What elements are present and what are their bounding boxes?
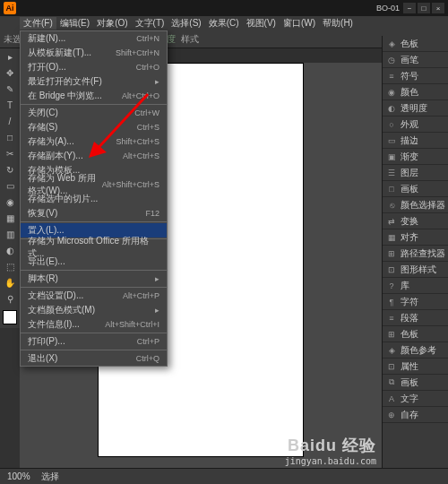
panel-label: 色板 — [401, 328, 418, 341]
panel-icon: ⊞ — [386, 248, 397, 259]
panel-button[interactable]: ⊡图形样式 — [383, 262, 448, 278]
tool-button[interactable]: ⚲ — [0, 290, 20, 307]
menu-4[interactable]: 选择(S) — [168, 17, 204, 30]
menu-item[interactable]: 文件信息(I)...Alt+Shift+Ctrl+I — [21, 317, 167, 332]
menu-item[interactable]: 脚本(R)▸ — [21, 272, 167, 286]
panel-button[interactable]: ▣渐变 — [383, 149, 448, 165]
panel-button[interactable]: ◉颜色 — [383, 84, 448, 100]
menu-item[interactable]: 存储为 Microsoft Office 所用格式... — [21, 240, 167, 255]
menu-6[interactable]: 视图(V) — [243, 17, 280, 30]
tool-button[interactable]: ✥ — [0, 65, 20, 81]
panel-icon: ? — [386, 281, 397, 291]
panel-icon: ⊡ — [386, 361, 397, 372]
panel-icon: ▦ — [386, 232, 397, 243]
menu-item[interactable]: 文档颜色模式(M)▸ — [21, 303, 167, 317]
menu-item[interactable]: 恢复(V)F12 — [21, 206, 167, 220]
menu-item[interactable]: 存储(S)Ctrl+S — [21, 120, 167, 134]
menu-3[interactable]: 文字(T) — [132, 17, 168, 30]
menu-8[interactable]: 帮助(H) — [319, 17, 357, 30]
panel-button[interactable]: ≡段落 — [383, 310, 448, 326]
menu-item[interactable]: 存储为 Web 所用格式(W)...Alt+Shift+Ctrl+S — [21, 177, 167, 192]
panel-icon: ◉ — [386, 87, 397, 98]
panel-label: 段落 — [401, 312, 418, 324]
panel-button[interactable]: □画板 — [383, 181, 448, 197]
menu-5[interactable]: 效果(C) — [205, 17, 243, 30]
panel-button[interactable]: ⊞色板 — [383, 326, 448, 342]
panel-button[interactable]: ◈颜色参考 — [383, 342, 448, 359]
panel-label: 对齐 — [401, 231, 418, 244]
menu-0[interactable]: 文件(F) — [20, 17, 56, 30]
panel-icon: ⎋ — [386, 200, 397, 211]
menu-2[interactable]: 对象(O) — [93, 17, 131, 30]
titlebar: Ai BO-01 − □ × — [0, 0, 448, 16]
menu-item[interactable]: 打印(P)...Ctrl+P — [21, 334, 167, 349]
panel-label: 颜色参考 — [401, 344, 436, 357]
panel-button[interactable]: ◷画笔 — [383, 52, 448, 68]
tool-button[interactable]: ✋ — [0, 274, 20, 290]
tool-button[interactable]: ▸ — [0, 48, 20, 65]
panel-button[interactable]: ⊡属性 — [383, 359, 448, 375]
status-mode: 选择 — [41, 471, 59, 483]
panel-icon: ⧉ — [386, 377, 397, 388]
window-controls: − □ × — [403, 3, 444, 13]
window-title: BO-01 — [16, 4, 403, 13]
tool-button[interactable]: / — [0, 113, 20, 129]
panel-button[interactable]: ○外观 — [383, 117, 448, 133]
tool-button[interactable]: ↻ — [0, 161, 20, 177]
panel-button[interactable]: ?库 — [383, 278, 448, 294]
panel-icon: ⊕ — [386, 410, 397, 420]
menu-item[interactable]: 存储选中的切片... — [21, 192, 167, 206]
panel-label: 自存 — [401, 409, 418, 421]
panel-button[interactable]: ⇄变换 — [383, 213, 448, 229]
close-button[interactable]: × — [432, 3, 444, 13]
menu-item[interactable]: 文档设置(D)...Alt+Ctrl+P — [21, 289, 167, 303]
tool-button[interactable]: ⬚ — [0, 258, 20, 274]
tool-button[interactable]: ▦ — [0, 210, 20, 226]
menu-item[interactable]: 从模板新建(T)...Shift+Ctrl+N — [21, 46, 167, 60]
tool-button[interactable]: ◐ — [0, 242, 20, 258]
menu-item[interactable]: 关闭(C)Ctrl+W — [21, 106, 167, 120]
tool-button[interactable]: ▭ — [0, 177, 20, 194]
panel-button[interactable]: ¶字符 — [383, 294, 448, 310]
maximize-button[interactable]: □ — [418, 3, 430, 13]
minimize-button[interactable]: − — [403, 3, 416, 13]
panel-label: 符号 — [401, 70, 418, 82]
menu-item[interactable]: 最近打开的文件(F)▸ — [21, 74, 167, 89]
panel-button[interactable]: ⧉画板 — [383, 375, 448, 391]
menu-item[interactable]: 新建(N)...Ctrl+N — [21, 31, 167, 46]
ai-logo-icon: Ai — [4, 2, 16, 14]
panel-label: 路径查找器 — [401, 247, 445, 260]
tool-button[interactable]: □ — [0, 129, 20, 145]
menu-item[interactable]: 退出(X)Ctrl+Q — [21, 351, 167, 366]
menu-item[interactable]: 在 Bridge 中浏览...Alt+Ctrl+O — [21, 89, 167, 103]
panel-label: 画板 — [401, 183, 418, 195]
tool-button[interactable]: ✎ — [0, 81, 20, 97]
panel-button[interactable]: ≡符号 — [383, 68, 448, 84]
panel-button[interactable]: ⊞路径查找器 — [383, 246, 448, 262]
panel-button[interactable]: ⎋颜色选择器 — [383, 197, 448, 213]
menu-item[interactable]: 打开(O)...Ctrl+O — [21, 60, 167, 74]
fill-swatch[interactable] — [3, 310, 17, 324]
tool-button[interactable]: ◉ — [0, 194, 20, 210]
panel-icon: ≡ — [386, 71, 397, 82]
style-label[interactable]: 样式 — [181, 33, 199, 46]
panel-button[interactable]: ☰图层 — [383, 165, 448, 181]
panel-label: 画笔 — [401, 54, 418, 66]
zoom-level[interactable]: 100% — [7, 471, 30, 481]
tool-button[interactable]: T — [0, 97, 20, 113]
panel-button[interactable]: A文字 — [383, 391, 448, 407]
menu-7[interactable]: 窗口(W) — [280, 17, 319, 30]
menubar: 文件(F)编辑(E)对象(O)文字(T)选择(S)效果(C)视图(V)窗口(W)… — [0, 16, 448, 30]
panel-button[interactable]: ◈色板 — [383, 36, 448, 52]
tool-button[interactable]: ▥ — [0, 226, 20, 242]
panel-label: 属性 — [401, 360, 418, 373]
tool-button[interactable]: ✂ — [0, 145, 20, 161]
menu-1[interactable]: 编辑(E) — [56, 17, 93, 30]
panel-label: 颜色选择器 — [401, 199, 445, 212]
menu-item[interactable]: 存储为(A)...Shift+Ctrl+S — [21, 134, 167, 149]
panel-button[interactable]: ▦对齐 — [383, 229, 448, 246]
panel-button[interactable]: ▭描边 — [383, 133, 448, 149]
menu-item[interactable]: 存储副本(Y)...Alt+Ctrl+S — [21, 149, 167, 163]
panel-button[interactable]: ◐透明度 — [383, 100, 448, 117]
panel-button[interactable]: ⊕自存 — [383, 407, 448, 423]
